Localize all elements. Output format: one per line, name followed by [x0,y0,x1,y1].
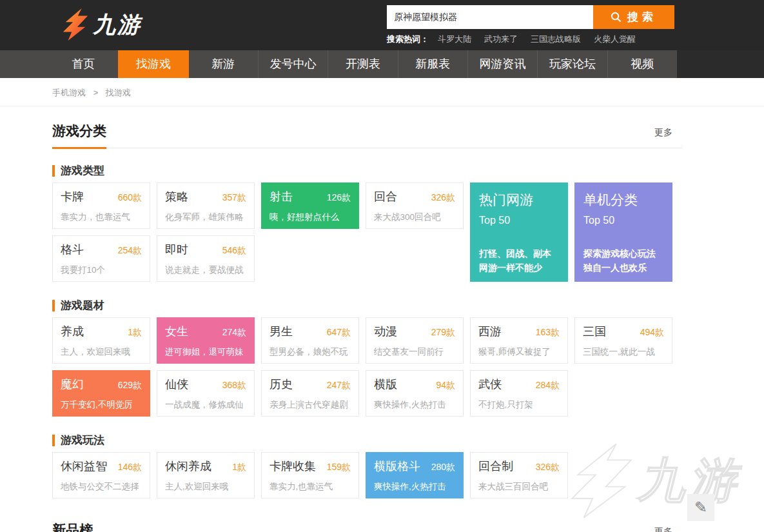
category-card[interactable]: 卡牌 660款 靠实力，也靠运气 [52,182,150,229]
card-desc: 地铁与公交不二选择 [61,481,142,493]
group-label-game-theme: 游戏题材 [52,300,764,311]
card-desc: 型男必备，娘炮不玩 [269,346,351,358]
card-desc: 爽快操作,火热打击 [374,481,455,493]
card-count: 326款 [431,192,455,204]
category-card[interactable]: 格斗 254款 我要打10个 [52,235,150,282]
card-head: 男生 647款 [269,324,351,339]
category-card[interactable]: 女生 274款 进可御姐，退可萌妹 [157,317,255,364]
card-desc: 咦，好想射点什么 [269,212,351,223]
page-title: 游戏分类 [52,122,106,149]
nav-item-new-games[interactable]: 新游 [188,50,258,78]
category-card[interactable]: 横版 94款 爽快操作,火热打击 [366,370,464,417]
category-card[interactable]: 休闲益智 146款 地铁与公交不二选择 [52,452,150,498]
group-label-game-type: 游戏类型 [52,165,764,177]
breadcrumb-root[interactable]: 手机游戏 [52,88,86,97]
card-title: 横版 [374,377,397,392]
nav-item-find-games[interactable]: 找游戏 [118,50,188,78]
nav-item-player-forum[interactable]: 玩家论坛 [537,50,607,78]
new-releases-title: 新品榜 [52,522,93,532]
category-card[interactable]: 回合制 326款 来大战三百回合吧 [470,452,568,498]
card-count: 494款 [640,327,664,339]
category-card[interactable]: 历史 247款 亲身上演古代穿越剧 [261,370,359,417]
card-title: 三国 [583,324,606,339]
card-head: 魔幻 629款 [61,377,142,392]
category-card[interactable]: 男生 647款 型男必备，娘炮不玩 [261,317,359,364]
card-count: 159款 [327,462,351,473]
top50-card-single-player[interactable]: 单机分类 Top 50 探索游戏核心玩法 独自一人也欢乐 [574,182,672,282]
pencil-icon: ✎ [694,498,707,517]
tall-card-desc: 打怪、团战、副本 网游一样不能少 [479,246,551,275]
card-desc: 亲身上演古代穿越剧 [269,399,351,411]
card-head: 格斗 254款 [61,242,142,257]
tall-card-title: 热门网游 [479,191,559,209]
category-card[interactable]: 策略 357款 化身军师，雄策伟略 [157,182,255,229]
card-head: 回合制 326款 [478,458,560,474]
search-button[interactable]: 搜索 [593,5,674,29]
category-card[interactable]: 养成 1款 主人，欢迎回来哦 [52,317,150,364]
card-head: 养成 1款 [61,324,142,339]
card-desc: 化身军师，雄策伟略 [165,212,246,223]
more-link-bottom[interactable]: 更多 [654,526,672,532]
top50-card-online-games[interactable]: 热门网游 Top 50 打怪、团战、副本 网游一样不能少 [470,182,568,282]
category-card[interactable]: 武侠 284款 不打炮,只打架 [470,370,568,417]
card-title: 回合 [374,189,397,204]
card-count: 1款 [128,327,142,339]
category-card[interactable]: 回合 326款 来大战300回合吧 [366,182,464,229]
card-desc: 结交基友一同前行 [374,346,455,358]
hot-words-label: 搜索热词： [387,34,429,45]
nav-item-game-news[interactable]: 网游资讯 [467,50,537,78]
hot-word-link[interactable]: 三国志战略版 [531,34,581,45]
category-card[interactable]: 即时 546款 说走就走，要战便战 [157,235,255,282]
card-title: 横版格斗 [374,458,420,474]
card-desc: 来大战300回合吧 [374,212,455,223]
card-title: 卡牌 [61,189,84,204]
tall-card-title: 单机分类 [583,191,663,209]
category-card[interactable]: 射击 126款 咦，好想射点什么 [261,182,359,229]
card-count: 94款 [436,380,455,391]
hot-word-link[interactable]: 斗罗大陆 [438,34,471,45]
card-count: 368款 [222,380,246,391]
card-head: 横版 94款 [374,377,455,392]
card-head: 射击 126款 [269,189,351,204]
card-head: 武侠 284款 [478,377,560,392]
site-logo[interactable]: 九游 [61,8,142,41]
main-nav: 首页 找游戏 新游 发号中心 开测表 新服表 网游资讯 玩家论坛 视频 [0,50,677,78]
card-grid-game-play: 休闲益智 146款 地铁与公交不二选择 休闲养成 1款 主人,欢迎回来哦 卡牌收… [52,452,672,498]
card-desc: 我要打10个 [61,264,142,276]
nav-item-videos[interactable]: 视频 [607,50,677,78]
card-desc: 靠实力，也靠运气 [61,212,142,223]
nav-item-gift-center[interactable]: 发号中心 [258,50,328,78]
category-card[interactable]: 休闲养成 1款 主人,欢迎回来哦 [157,452,255,498]
card-title: 射击 [269,189,293,204]
tall-card-desc: 探索游戏核心玩法 独自一人也欢乐 [583,246,656,275]
card-head: 动漫 279款 [374,324,455,339]
card-count: 647款 [327,327,351,339]
breadcrumb-separator: > [93,88,99,97]
card-desc: 主人，欢迎回来哦 [61,346,142,358]
edit-pencil-button[interactable]: ✎ [687,494,714,521]
category-card[interactable]: 西游 163款 猴哥,师傅又被捉了 [470,317,568,364]
card-count: 546款 [222,245,246,257]
category-card[interactable]: 魔幻 629款 万千变幻,不明觉厉 [52,370,150,417]
card-head: 西游 163款 [478,324,560,339]
card-title: 魔幻 [61,377,84,392]
nav-item-home[interactable]: 首页 [48,50,118,78]
hot-search-words: 搜索热词： 斗罗大陆 武功来了 三国志战略版 火柴人觉醒 [387,34,649,45]
hot-word-link[interactable]: 武功来了 [484,34,518,45]
category-card[interactable]: 三国 494款 三国统一,就此一战 [574,317,672,364]
hot-word-link[interactable]: 火柴人觉醒 [594,34,636,45]
category-card[interactable]: 卡牌收集 159款 靠实力,也靠运气 [261,452,359,498]
card-title: 男生 [269,324,293,339]
search-input[interactable] [387,5,593,29]
nav-item-new-servers[interactable]: 新服表 [398,50,467,78]
card-desc: 来大战三百回合吧 [478,481,560,493]
category-card[interactable]: 仙侠 368款 一战成魔，修炼成仙 [157,370,255,417]
card-count: 279款 [431,327,455,339]
card-count: 284款 [536,380,560,391]
card-head: 策略 357款 [165,189,246,204]
nav-item-beta-schedule[interactable]: 开测表 [328,50,397,78]
category-card[interactable]: 横版格斗 280款 爽快操作,火热打击 [366,452,464,498]
card-title: 即时 [165,242,188,257]
more-link-top[interactable]: 更多 [654,127,672,139]
category-card[interactable]: 动漫 279款 结交基友一同前行 [366,317,464,364]
